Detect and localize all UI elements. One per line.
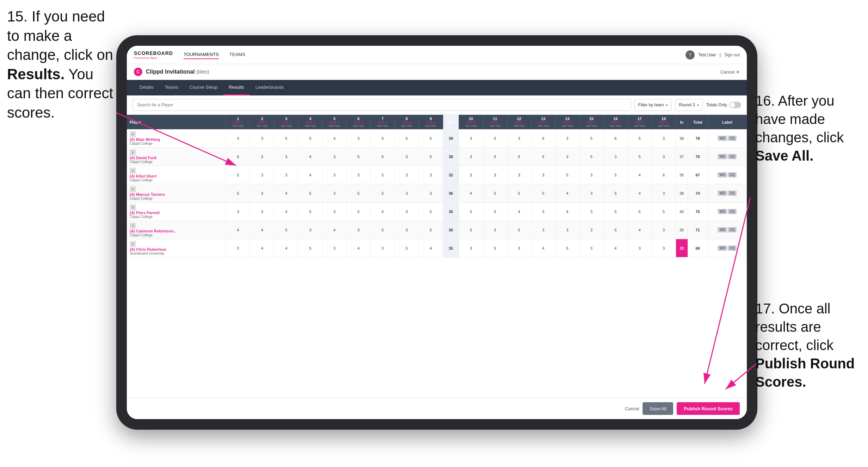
hole-13-score[interactable]: 5: [531, 148, 555, 166]
hole-5-score[interactable]: 3: [322, 184, 346, 203]
hole-1-score[interactable]: 3: [226, 129, 250, 148]
hole-14-score[interactable]: 5: [555, 239, 579, 257]
hole-4-score[interactable]: 5: [298, 239, 322, 257]
hole-9-score[interactable]: 5: [419, 203, 443, 221]
dq-button[interactable]: DQ: [728, 209, 737, 214]
hole-1-score[interactable]: 6: [226, 148, 250, 166]
hole-7-score[interactable]: 5: [371, 221, 395, 239]
search-input[interactable]: [132, 99, 631, 111]
hole-9-score[interactable]: 5: [419, 221, 443, 239]
hole-5-score[interactable]: 3: [322, 166, 346, 184]
hole-1-score[interactable]: 5: [226, 184, 250, 203]
hole-11-score[interactable]: 3: [483, 221, 507, 239]
hole-16-score[interactable]: 6: [603, 129, 627, 148]
hole-18-score[interactable]: 3: [652, 239, 676, 257]
hole-15-score[interactable]: 3: [579, 166, 603, 184]
hole-2-score[interactable]: 3: [250, 203, 274, 221]
hole-16-score[interactable]: 5: [603, 221, 627, 239]
hole-16-score[interactable]: 4: [603, 239, 627, 257]
wd-button[interactable]: WD: [718, 227, 727, 232]
hole-9-score[interactable]: 3: [419, 166, 443, 184]
hole-11-score[interactable]: 5: [483, 184, 507, 203]
hole-7-score[interactable]: 5: [371, 166, 395, 184]
dq-button[interactable]: DQ: [728, 245, 737, 251]
hole-8-score[interactable]: 3: [395, 221, 418, 239]
hole-10-score[interactable]: 3: [459, 166, 483, 184]
tab-results[interactable]: Results: [223, 80, 250, 95]
hole-6-score[interactable]: 3: [346, 221, 370, 239]
hole-5-score[interactable]: 3: [322, 203, 346, 221]
hole-10-score[interactable]: 3: [459, 129, 483, 148]
hole-8-score[interactable]: 6: [395, 129, 418, 148]
hole-12-score[interactable]: 4: [507, 203, 531, 221]
hole-12-score[interactable]: 5: [507, 221, 531, 239]
wd-button[interactable]: WD: [718, 209, 727, 214]
filter-by-team-dropdown[interactable]: Filter by team ▾: [634, 99, 672, 111]
hole-15-score[interactable]: 5: [579, 129, 603, 148]
hole-12-score[interactable]: 5: [507, 184, 531, 203]
publish-round-scores-button[interactable]: Publish Round Scores: [677, 402, 740, 415]
hole-15-score[interactable]: 3: [579, 221, 603, 239]
hole-1-score[interactable]: 4: [226, 221, 250, 239]
hole-17-score[interactable]: 5: [627, 129, 651, 148]
hole-10-score[interactable]: 6: [459, 221, 483, 239]
hole-5-score[interactable]: 4: [322, 129, 346, 148]
tab-details[interactable]: Details: [134, 80, 159, 95]
hole-1-score[interactable]: 3: [226, 239, 250, 257]
wd-button[interactable]: WD: [718, 154, 727, 159]
wd-button[interactable]: WD: [718, 136, 727, 141]
hole-6-score[interactable]: 4: [346, 239, 370, 257]
hole-6-score[interactable]: 5: [346, 148, 370, 166]
sign-out-link[interactable]: Sign out: [724, 52, 740, 57]
hole-10-score[interactable]: 5: [459, 203, 483, 221]
dq-button[interactable]: DQ: [728, 227, 737, 232]
hole-15-score[interactable]: 3: [579, 203, 603, 221]
hole-13-score[interactable]: 3: [531, 221, 555, 239]
hole-18-score[interactable]: 3: [652, 148, 676, 166]
save-all-button[interactable]: Save All: [643, 402, 673, 415]
hole-18-score[interactable]: 6: [652, 166, 676, 184]
hole-11-score[interactable]: 5: [483, 239, 507, 257]
hole-4-score[interactable]: 3: [298, 221, 322, 239]
hole-5-score[interactable]: 3: [322, 148, 346, 166]
hole-5-score[interactable]: 4: [322, 221, 346, 239]
hole-17-score[interactable]: 4: [627, 221, 651, 239]
hole-2-score[interactable]: 3: [250, 148, 274, 166]
hole-14-score[interactable]: 3: [555, 129, 579, 148]
hole-13-score[interactable]: 3: [531, 203, 555, 221]
hole-3-score[interactable]: 5: [274, 221, 298, 239]
hole-1-score[interactable]: 5: [226, 166, 250, 184]
hole-18-score[interactable]: 3: [652, 184, 676, 203]
hole-12-score[interactable]: 5: [507, 148, 531, 166]
hole-3-score[interactable]: 5: [274, 129, 298, 148]
hole-14-score[interactable]: 5: [555, 166, 579, 184]
hole-7-score[interactable]: 6: [371, 148, 395, 166]
hole-11-score[interactable]: 5: [483, 203, 507, 221]
dq-button[interactable]: DQ: [728, 172, 737, 178]
hole-17-score[interactable]: 4: [627, 184, 651, 203]
tab-leaderboards[interactable]: Leaderboards: [250, 80, 289, 95]
hole-2-score[interactable]: 3: [250, 129, 274, 148]
hole-15-score[interactable]: 5: [579, 148, 603, 166]
hole-9-score[interactable]: 5: [419, 148, 443, 166]
hole-6-score[interactable]: 3: [346, 129, 370, 148]
hole-4-score[interactable]: 5: [298, 129, 322, 148]
hole-8-score[interactable]: 3: [395, 148, 418, 166]
hole-17-score[interactable]: 4: [627, 166, 651, 184]
hole-8-score[interactable]: 3: [395, 166, 418, 184]
hole-4-score[interactable]: 4: [298, 148, 322, 166]
hole-7-score[interactable]: 3: [371, 239, 395, 257]
dq-button[interactable]: DQ: [728, 191, 737, 196]
hole-16-score[interactable]: 5: [603, 166, 627, 184]
nav-teams[interactable]: TEAMS: [229, 50, 245, 59]
hole-11-score[interactable]: 5: [483, 148, 507, 166]
tab-teams[interactable]: Teams: [159, 80, 184, 95]
hole-10-score[interactable]: 3: [459, 239, 483, 257]
hole-14-score[interactable]: 3: [555, 221, 579, 239]
hole-18-score[interactable]: 5: [652, 203, 676, 221]
hole-17-score[interactable]: 3: [627, 239, 651, 257]
hole-9-score[interactable]: 5: [419, 129, 443, 148]
hole-2-score[interactable]: 4: [250, 239, 274, 257]
hole-11-score[interactable]: 3: [483, 166, 507, 184]
hole-15-score[interactable]: 3: [579, 184, 603, 203]
